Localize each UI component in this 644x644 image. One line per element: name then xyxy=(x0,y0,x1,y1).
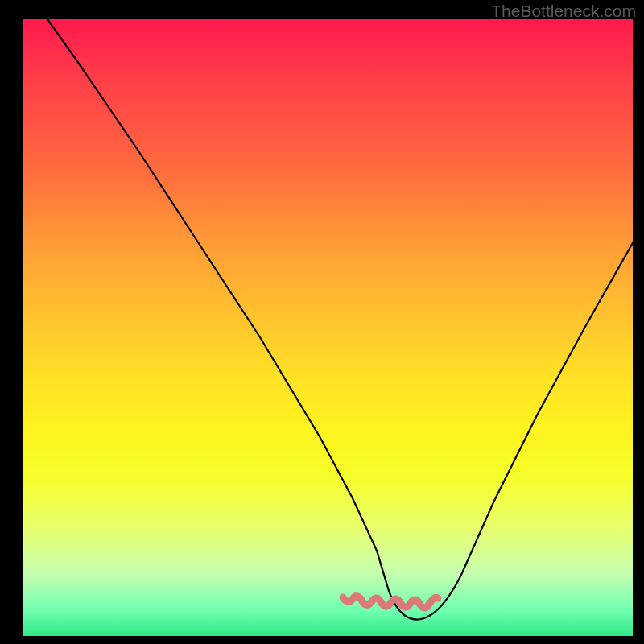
bottleneck-curve xyxy=(42,11,641,620)
chart-plot-area xyxy=(23,19,633,636)
watermark-text: TheBottleneck.com xyxy=(491,2,636,21)
chart-frame: TheBottleneck.com xyxy=(0,0,644,644)
bottleneck-curve-svg xyxy=(23,19,633,636)
trough-marker xyxy=(343,597,438,608)
